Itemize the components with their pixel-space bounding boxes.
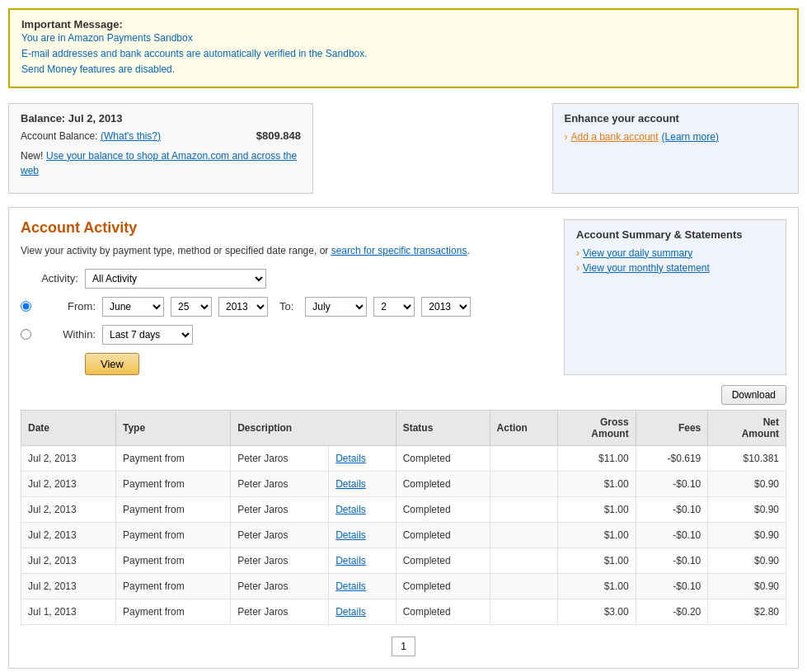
cell-status: Completed: [396, 471, 490, 496]
cell-type: Payment from: [115, 573, 230, 599]
cell-details: Details: [329, 573, 396, 599]
enhance-row: › Add a bank account (Learn more): [565, 131, 787, 143]
cell-type: Payment from: [115, 445, 230, 471]
banner-title: Important Message:: [21, 18, 786, 31]
details-link[interactable]: Details: [335, 580, 366, 592]
cell-net: $10.381: [708, 445, 786, 471]
from-year-select[interactable]: 2013: [218, 297, 268, 317]
download-button[interactable]: Download: [721, 385, 786, 405]
search-link[interactable]: search for specific transactions: [331, 245, 467, 256]
table-row: Jul 2, 2013 Payment from Peter Jaros Det…: [21, 522, 786, 547]
daily-summary-link[interactable]: View your daily summary: [583, 247, 692, 259]
desc-before: View your activity by payment type, meth…: [21, 245, 331, 256]
activity-select[interactable]: All Activity: [85, 269, 266, 289]
from-row: From: JanuaryFebruaryMarchAprilMayJuneJu…: [21, 297, 547, 317]
cell-fees: -$0.10: [636, 471, 708, 496]
add-bank-link[interactable]: Add a bank account: [571, 131, 659, 143]
details-link[interactable]: Details: [335, 504, 366, 515]
within-row: Within: Last 7 daysLast 30 daysLast 90 d…: [21, 325, 547, 345]
learn-more-link[interactable]: (Learn more): [662, 131, 719, 143]
from-label: From:: [38, 300, 96, 313]
cell-details: Details: [329, 471, 396, 496]
details-link[interactable]: Details: [335, 555, 366, 566]
cell-gross: $1.00: [558, 547, 636, 573]
top-row: Balance: Jul 2, 2013 Account Balance: (W…: [8, 103, 799, 194]
details-link[interactable]: Details: [335, 606, 366, 618]
col-fees: Fees: [636, 410, 708, 445]
activity-desc: View your activity by payment type, meth…: [21, 243, 547, 259]
cell-net: $0.90: [708, 522, 786, 547]
activity-section: Account Activity View your activity by p…: [8, 207, 799, 669]
monthly-arrow: ›: [576, 262, 579, 274]
cell-fees: -$0.20: [636, 599, 708, 624]
cell-status: Completed: [396, 547, 490, 573]
cell-type: Payment from: [115, 522, 230, 547]
download-row: Download: [21, 385, 786, 405]
activity-top: Account Activity View your activity by p…: [21, 219, 786, 375]
balance-shop-link[interactable]: Use your balance to shop at Amazon.com a…: [21, 150, 297, 176]
cell-description: Peter Jaros: [231, 547, 329, 573]
cell-gross: $1.00: [558, 522, 636, 547]
cell-fees: -$0.10: [636, 547, 708, 573]
cell-action: [490, 471, 558, 496]
cell-fees: -$0.10: [636, 573, 708, 599]
cell-gross: $11.00: [558, 445, 636, 471]
whats-this-link[interactable]: (What's this?): [101, 130, 161, 142]
to-year-select[interactable]: 2013: [421, 297, 471, 317]
activity-left: Account Activity View your activity by p…: [21, 219, 547, 375]
table-row: Jul 2, 2013 Payment from Peter Jaros Det…: [21, 496, 786, 522]
from-radio[interactable]: [21, 301, 31, 312]
cell-type: Payment from: [115, 599, 230, 624]
details-link[interactable]: Details: [335, 478, 366, 490]
details-link[interactable]: Details: [335, 529, 366, 541]
to-month-select[interactable]: JanuaryFebruaryMarchAprilMayJuneJulyAugu…: [305, 297, 367, 317]
monthly-statement-row: › View your monthly statement: [576, 262, 774, 274]
cell-description: Peter Jaros: [231, 496, 329, 522]
cell-action: [490, 522, 558, 547]
cell-net: $0.90: [708, 547, 786, 573]
cell-status: Completed: [396, 445, 490, 471]
col-date: Date: [21, 410, 116, 445]
monthly-statement-link[interactable]: View your monthly statement: [583, 262, 710, 274]
col-description: Description: [231, 410, 396, 445]
within-label: Within:: [38, 328, 96, 341]
col-net: NetAmount: [708, 410, 786, 445]
cell-action: [490, 573, 558, 599]
enhance-box: Enhance your account › Add a bank accoun…: [552, 103, 800, 194]
pagination: 1: [21, 637, 786, 656]
cell-net: $0.90: [708, 573, 786, 599]
balance-amount: $809.848: [256, 129, 301, 142]
col-action: Action: [490, 410, 558, 445]
summary-title: Account Summary & Statements: [576, 228, 774, 241]
enhance-title: Enhance your account: [565, 112, 787, 125]
table-row: Jul 2, 2013 Payment from Peter Jaros Det…: [21, 573, 786, 599]
cell-net: $2.80: [708, 599, 786, 624]
within-radio[interactable]: [21, 329, 31, 340]
to-day-select[interactable]: 2: [373, 297, 415, 317]
table-row: Jul 2, 2013 Payment from Peter Jaros Det…: [21, 445, 786, 471]
activity-form: Activity: All Activity From: JanuaryFebr…: [21, 269, 547, 375]
table-row: Jul 2, 2013 Payment from Peter Jaros Det…: [21, 547, 786, 573]
banner-line2: E-mail addresses and bank accounts are a…: [21, 46, 786, 62]
details-link[interactable]: Details: [335, 453, 366, 464]
daily-arrow: ›: [576, 247, 579, 259]
cell-gross: $3.00: [558, 599, 636, 624]
cell-description: Peter Jaros: [231, 471, 329, 496]
balance-label: Account Balance:: [21, 130, 97, 142]
activity-label: Activity:: [21, 272, 78, 284]
cell-status: Completed: [396, 573, 490, 599]
from-month-select[interactable]: JanuaryFebruaryMarchAprilMayJuneJulyAugu…: [102, 297, 164, 317]
cell-type: Payment from: [115, 496, 230, 522]
page-1-button[interactable]: 1: [392, 637, 415, 656]
cell-action: [490, 496, 558, 522]
desc-after: .: [467, 245, 469, 256]
cell-date: Jul 1, 2013: [21, 599, 116, 624]
table-section: Download Date Type Description Status Ac…: [21, 385, 786, 625]
within-select[interactable]: Last 7 daysLast 30 daysLast 90 daysLast …: [102, 325, 193, 345]
cell-gross: $1.00: [558, 471, 636, 496]
balance-title: Balance: Jul 2, 2013: [21, 112, 301, 125]
cell-description: Peter Jaros: [231, 522, 329, 547]
balance-row: Account Balance: (What's this?) $809.848: [21, 129, 301, 142]
view-button[interactable]: View: [85, 353, 139, 375]
from-day-select[interactable]: 25: [171, 297, 212, 317]
